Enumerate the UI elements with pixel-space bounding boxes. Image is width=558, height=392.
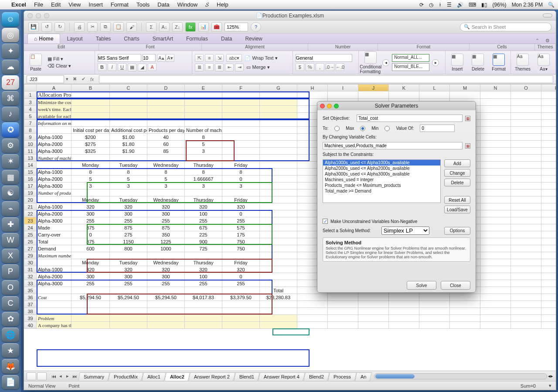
sheet-tab[interactable]: Summary <box>78 372 110 381</box>
sheet-tab[interactable]: Answer Report 4 <box>258 372 305 381</box>
bluetooth-icon[interactable]: ᚼ <box>439 2 442 8</box>
first-sheet-button[interactable]: ⏮ <box>50 373 57 380</box>
sheet-tab[interactable]: Alloc1 <box>142 372 166 381</box>
font-color-button[interactable]: A <box>148 63 157 71</box>
wifi-icon[interactable]: ☰ <box>447 2 452 8</box>
ribbon-settings-icon[interactable]: ⚙ <box>543 38 552 44</box>
dock-app-icon[interactable]: ✶ <box>2 154 19 169</box>
redo-button[interactable]: ↻ <box>54 22 65 32</box>
sort-desc-button[interactable]: Z↓ <box>172 22 183 32</box>
styles-next-button[interactable]: ▸ <box>432 59 439 66</box>
fill-button[interactable]: ▦ Fill ▾ <box>48 56 71 62</box>
solver-traffic-lights[interactable] <box>320 104 339 108</box>
sheet-tab[interactable]: Blend1 <box>234 372 260 381</box>
spreadsheet-area[interactable]: ABCDEFGHIJKLMNOP 1Allocation Problem 2 (… <box>24 84 556 371</box>
zoom-input[interactable] <box>225 23 248 31</box>
window-traffic-lights[interactable] <box>27 13 49 18</box>
undo-button[interactable]: ↺ <box>41 22 52 32</box>
format-painter-button[interactable]: 🖌 <box>126 22 137 32</box>
cell-picker-icon[interactable]: ▦ <box>465 116 470 121</box>
clock[interactable]: Mon 2:36 PM <box>512 2 543 8</box>
spotlight-icon[interactable]: 🔍 <box>548 2 555 8</box>
copy-button[interactable]: ⧉ <box>100 22 111 32</box>
battery-icon[interactable]: ▮▯ <box>481 2 487 8</box>
dock-app-icon[interactable]: ★ <box>2 343 19 358</box>
next-sheet-button[interactable]: ▸ <box>64 373 71 380</box>
status-dropdown-icon[interactable]: ▾ <box>549 383 551 389</box>
add-constraint-button[interactable]: Add <box>444 159 470 167</box>
horizontal-scrollbar[interactable] <box>374 373 547 379</box>
ribbon-tab-data[interactable]: Data <box>215 34 238 44</box>
dock-app-icon[interactable]: ✦ <box>2 44 19 58</box>
dock-firefox-icon[interactable]: 🦊 <box>2 359 19 373</box>
dock-excel-icon[interactable]: X <box>2 249 19 263</box>
formula-input[interactable] <box>99 75 553 83</box>
script-menu-icon[interactable]: 𝓢 <box>205 1 209 8</box>
align-bottom-button[interactable]: ⇲ <box>215 54 224 62</box>
sort-asc-button[interactable]: A↓ <box>159 22 170 32</box>
sheet-tab[interactable]: Blend2 <box>303 372 330 381</box>
align-left-button[interactable]: ≣ <box>195 64 204 71</box>
save-button[interactable]: 💾 <box>28 22 39 32</box>
menu-tools[interactable]: Tools <box>136 1 150 8</box>
window-pill-button[interactable] <box>543 14 552 17</box>
dock-app-icon[interactable]: ⌁ <box>2 201 19 216</box>
cut-button[interactable]: ✂ <box>87 22 98 32</box>
merge-button[interactable]: ▭ Merge ▾ <box>246 64 269 70</box>
align-middle-button[interactable]: ≡ <box>205 54 214 62</box>
menu-file[interactable]: File <box>34 1 43 8</box>
normal-view-button[interactable] <box>27 372 36 380</box>
search-in-sheet[interactable]: 🔍Search in Sheet <box>460 23 551 31</box>
menu-data[interactable]: Data <box>157 1 169 8</box>
underline-button[interactable]: U <box>118 63 126 71</box>
window-titlebar[interactable]: 📄 Production Examples.xlsm <box>24 11 556 20</box>
macos-dock[interactable]: ☺ ◎ ✦ ☁ 27 ⌘ ♪ ✪ ⚙ ✶ ▦ ☯ ⌁ ✚ W X P O C ✿… <box>0 10 21 392</box>
dock-app-icon[interactable]: 🌐 <box>2 328 19 342</box>
dock-ical-icon[interactable]: 27 <box>2 75 19 90</box>
dock-outlook-icon[interactable]: O <box>2 280 19 294</box>
align-top-button[interactable]: ⇱ <box>195 54 204 62</box>
menu-help[interactable]: Help <box>217 1 228 8</box>
align-right-button[interactable]: ≣ <box>215 64 224 71</box>
dock-dashboard-icon[interactable]: ◎ <box>2 28 19 42</box>
menu-view[interactable]: View <box>68 1 81 8</box>
dock-app-icon[interactable]: ✚ <box>2 217 19 232</box>
dock-safari-icon[interactable]: ✪ <box>2 122 19 137</box>
constraint-item[interactable]: Machines_used = integer <box>323 177 440 182</box>
help-button[interactable]: ? <box>251 22 261 32</box>
menu-window[interactable]: Window <box>177 1 197 8</box>
print-button[interactable]: 🖨 <box>74 22 85 32</box>
set-objective-input[interactable] <box>357 115 463 122</box>
sheet-tab[interactable]: An <box>355 372 372 381</box>
ribbon-tab-charts[interactable]: Charts <box>118 34 145 44</box>
ribbon-tab-home[interactable]: ⌂Home <box>27 34 60 44</box>
increase-decimal-button[interactable]: .0→ <box>326 63 334 71</box>
style-preset-1[interactable]: Normal_ALL... <box>392 54 429 62</box>
dock-app-icon[interactable]: ⚙ <box>2 139 19 153</box>
constraint-item[interactable]: Total_made >= Demand <box>323 188 440 194</box>
to-min-radio[interactable] <box>360 126 365 131</box>
dedent-button[interactable]: ⇤ <box>225 64 234 71</box>
solving-method-select[interactable]: Simplex LP <box>381 226 429 235</box>
dock-msn-icon[interactable]: ✿ <box>2 312 19 326</box>
ribbon-tab-tables[interactable]: Tables <box>90 34 117 44</box>
delete-cells-button[interactable]: ▦Delete <box>469 54 487 71</box>
change-constraint-button[interactable]: Change <box>444 169 470 177</box>
font-size-select[interactable] <box>143 54 156 62</box>
shrink-font-button[interactable]: A▾ <box>166 54 174 62</box>
dock-app-icon[interactable]: 📄 <box>2 375 19 389</box>
fx-icon[interactable]: fx <box>88 75 96 83</box>
cell-picker-icon[interactable]: ▦ <box>465 143 470 149</box>
by-changing-input[interactable] <box>323 142 463 149</box>
fx-button[interactable]: fx <box>185 22 196 32</box>
style-preset-2[interactable]: Normal_BLE... <box>392 63 429 71</box>
styles-prev-button[interactable]: ◂ <box>382 59 389 66</box>
app-name[interactable]: Excel <box>11 1 26 8</box>
close-button[interactable]: Close <box>441 281 470 290</box>
fill-color-button[interactable]: ◢ <box>138 64 146 71</box>
decrease-decimal-button[interactable]: ←.0 <box>336 63 344 71</box>
prev-sheet-button[interactable]: ◂ <box>57 373 64 380</box>
dock-app-icon[interactable]: ⌘ <box>2 91 19 105</box>
scroll-right-button[interactable]: ▸ <box>551 373 553 379</box>
spreadsheet-grid[interactable]: ABCDEFGHIJKLMNOP 1Allocation Problem 2 (… <box>24 84 556 329</box>
